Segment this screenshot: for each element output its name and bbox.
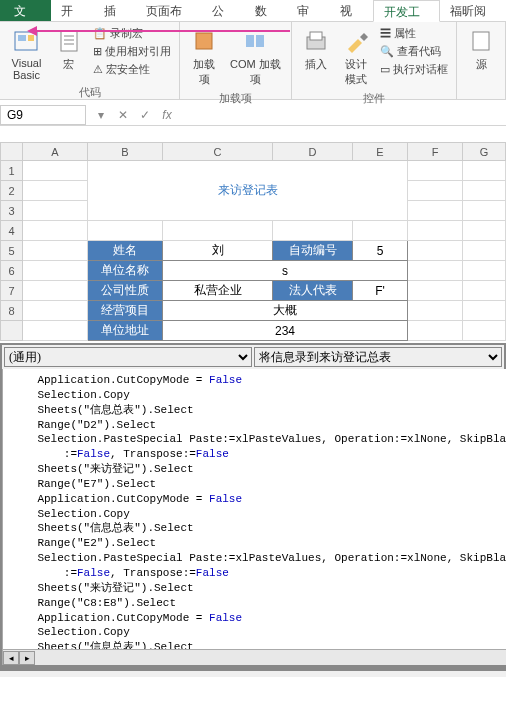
row-1[interactable]: 1 (1, 161, 23, 181)
vba-scrollbar-h[interactable]: ◂ ▸ (3, 649, 506, 665)
tab-developer[interactable]: 开发工具 (373, 0, 441, 22)
run-dialog-button[interactable]: ▭ 执行对话框 (378, 61, 450, 78)
cell-b5[interactable]: 姓名 (88, 241, 163, 261)
cell-b8[interactable]: 经营项目 (88, 301, 163, 321)
fx-icon[interactable]: fx (156, 108, 178, 122)
vba-object-dropdown[interactable]: (通用) (4, 347, 252, 367)
addins-button[interactable]: 加载项 (186, 25, 222, 89)
vba-code-pane[interactable]: Application.CutCopyMode = False Selectio… (3, 369, 506, 649)
row-2[interactable]: 2 (1, 181, 23, 201)
col-a[interactable]: A (23, 143, 88, 161)
code-group-label: 代码 (6, 83, 173, 100)
ribbon-tabs: 文件 开始 插入 页面布局 公式 数据 审阅 视图 开发工具 福昕阅读 (0, 0, 506, 22)
title-cell[interactable]: 来访登记表 (88, 161, 408, 221)
cell-b7[interactable]: 公司性质 (88, 281, 163, 301)
com-addins-button[interactable]: COM 加载项 (226, 25, 285, 89)
svg-rect-3 (61, 31, 77, 51)
row-4[interactable]: 4 (1, 221, 23, 241)
insert-ctrl-icon (302, 27, 330, 55)
source-icon (467, 27, 495, 55)
cancel-icon[interactable]: ✕ (112, 108, 134, 122)
annotation-arrow (30, 30, 290, 32)
macro-label: 宏 (63, 57, 74, 72)
vb-label: Visual Basic (10, 57, 43, 81)
vba-procedure-dropdown[interactable]: 将信息录到来访登记总表 (254, 347, 502, 367)
svg-rect-4 (196, 33, 212, 49)
enter-icon[interactable]: ✓ (134, 108, 156, 122)
view-code-button[interactable]: 🔍 查看代码 (378, 43, 450, 60)
cell-e5[interactable]: 5 (353, 241, 408, 261)
svg-rect-9 (473, 32, 489, 50)
cell-c7[interactable]: 私营企业 (163, 281, 273, 301)
col-e[interactable]: E (353, 143, 408, 161)
macro-security-button[interactable]: ⚠ 宏安全性 (91, 61, 173, 78)
tab-foxit[interactable]: 福昕阅读 (440, 0, 506, 21)
cell-c9[interactable]: 234 (163, 321, 408, 341)
col-f[interactable]: F (408, 143, 463, 161)
name-box[interactable]: G9 (0, 105, 86, 125)
macros-button[interactable]: 宏 (51, 25, 87, 83)
dropdown-icon[interactable]: ▾ (90, 108, 112, 122)
column-headers: A B C D E F G (1, 143, 506, 161)
corner-cell[interactable] (1, 143, 23, 161)
formula-bar: G9 ▾ ✕ ✓ fx (0, 104, 506, 126)
row-6[interactable]: 6 (1, 261, 23, 281)
tab-view[interactable]: 视图 (330, 0, 373, 21)
cell-b6[interactable]: 单位名称 (88, 261, 163, 281)
record-macro-button[interactable]: 📋 录制宏 (91, 25, 173, 42)
cell-c6[interactable]: s (163, 261, 408, 281)
scroll-left-icon[interactable]: ◂ (3, 651, 19, 665)
row-8[interactable]: 8 (1, 301, 23, 321)
tab-review[interactable]: 审阅 (287, 0, 330, 21)
com-addins-label: COM 加载项 (230, 57, 281, 87)
row-3[interactable]: 3 (1, 201, 23, 221)
ribbon-toolbar: Visual Basic 宏 📋 录制宏 ⊞ 使用相对引用 ⚠ 宏安全性 代码 … (0, 22, 506, 100)
tab-home[interactable]: 开始 (51, 0, 94, 21)
insert-control-button[interactable]: 插入 (298, 25, 334, 89)
svg-rect-8 (310, 32, 322, 40)
design-label: 设计模式 (342, 57, 370, 87)
vba-splitter[interactable] (0, 667, 506, 677)
tab-data[interactable]: 数据 (245, 0, 288, 21)
tab-formula[interactable]: 公式 (202, 0, 245, 21)
cell-d7[interactable]: 法人代表 (273, 281, 353, 301)
source-button[interactable]: 源 (463, 25, 499, 74)
addins-group-label: 加载项 (186, 89, 285, 106)
col-g[interactable]: G (463, 143, 506, 161)
design-icon (342, 27, 370, 55)
source-label: 源 (476, 57, 487, 72)
col-d[interactable]: D (273, 143, 353, 161)
design-mode-button[interactable]: 设计模式 (338, 25, 374, 89)
col-b[interactable]: B (88, 143, 163, 161)
cell-e7[interactable]: F' (353, 281, 408, 301)
cell-b9[interactable]: 单位地址 (88, 321, 163, 341)
insert-ctrl-label: 插入 (305, 57, 327, 72)
vba-editor: (通用) 将信息录到来访登记总表 Application.CutCopyMode… (0, 343, 506, 667)
relative-ref-button[interactable]: ⊞ 使用相对引用 (91, 43, 173, 60)
tab-file[interactable]: 文件 (0, 0, 51, 21)
cell-d5[interactable]: 自动编号 (273, 241, 353, 261)
row-5[interactable]: 5 (1, 241, 23, 261)
svg-rect-5 (246, 35, 254, 47)
spreadsheet-grid[interactable]: A B C D E F G 1来访登记表 2 3 4 5 姓名 刘 自动编号 5… (0, 142, 506, 341)
cell-c8[interactable]: 大概 (163, 301, 408, 321)
svg-rect-6 (256, 35, 264, 47)
tab-insert[interactable]: 插入 (94, 0, 137, 21)
scroll-right-icon[interactable]: ▸ (19, 651, 35, 665)
properties-button[interactable]: ☰ 属性 (378, 25, 450, 42)
row-7[interactable]: 7 (1, 281, 23, 301)
cell-c5[interactable]: 刘 (163, 241, 273, 261)
tab-layout[interactable]: 页面布局 (136, 0, 202, 21)
controls-group-label: 控件 (298, 89, 450, 106)
addins-label: 加载项 (190, 57, 218, 87)
col-c[interactable]: C (163, 143, 273, 161)
